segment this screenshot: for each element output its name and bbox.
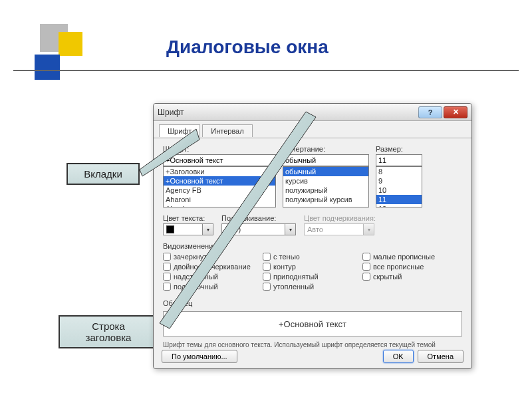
tab-strip: Шрифт Интервал — [154, 124, 471, 138]
font-list[interactable]: +Заголовки +Основной текст Agency FB Aha… — [163, 166, 276, 207]
dialog-panel: Шрифт: +Заголовки +Основной текст Agency… — [154, 138, 471, 362]
label-font: Шрифт: — [163, 145, 276, 153]
list-item[interactable]: 9 — [376, 176, 422, 186]
tab-font[interactable]: Шрифт — [159, 124, 200, 137]
font-input[interactable] — [163, 154, 276, 166]
style-list[interactable]: обычный курсив полужирный полужирный кур… — [283, 166, 369, 207]
list-item[interactable]: 10 — [376, 186, 422, 195]
default-button[interactable]: По умолчанию... — [162, 350, 237, 363]
chk-subscript[interactable]: подстрочный — [163, 283, 263, 291]
label-style: Начертание: — [283, 145, 369, 153]
font-color-dropdown[interactable]: ▾ — [163, 223, 213, 235]
style-input[interactable] — [283, 154, 369, 166]
divider-line — [13, 70, 519, 71]
chk-allcaps[interactable]: все прописные — [362, 263, 462, 271]
list-item[interactable]: курсив — [283, 176, 368, 186]
label-font-color: Цвет текста: — [163, 214, 213, 222]
list-item[interactable]: 8 — [376, 167, 422, 176]
chk-outline[interactable]: контур — [263, 263, 362, 271]
close-button[interactable]: ✕ — [444, 106, 467, 118]
preview-text: +Основной текст — [279, 319, 346, 329]
callout-tabs: Вкладки — [66, 163, 140, 185]
list-item[interactable]: +Основной текст — [164, 176, 275, 186]
label-sample: Образец — [163, 299, 462, 307]
chk-engrave[interactable]: утопленный — [263, 283, 362, 291]
label-effects: Видоизменение — [163, 242, 462, 250]
underline-color-value: Авто — [304, 223, 364, 235]
list-item[interactable]: полужирный — [283, 186, 368, 195]
label-underline-color: Цвет подчеркивания: — [304, 214, 376, 222]
preview-box: +Основной текст — [163, 311, 462, 336]
decor-square-blue — [35, 55, 60, 80]
underline-color-dropdown: Авто ▾ — [304, 223, 376, 235]
list-item[interactable]: Aharoni — [164, 195, 275, 204]
chevron-down-icon[interactable]: ▾ — [285, 223, 296, 235]
list-item[interactable]: 11 — [376, 195, 422, 204]
list-item[interactable]: полужирный курсив — [283, 195, 368, 204]
color-swatch-icon — [166, 225, 174, 233]
size-list[interactable]: 8 9 10 11 12 — [376, 166, 422, 207]
font-dialog: Шрифт ? ✕ Шрифт Интервал Шрифт: +Заголов… — [153, 103, 472, 369]
cancel-button[interactable]: Отмена — [418, 350, 464, 363]
label-size: Размер: — [376, 145, 422, 153]
list-item[interactable]: +Заголовки — [164, 167, 275, 176]
effects-group: зачеркнутый двойное зачеркивание надстро… — [163, 253, 462, 293]
chk-smallcaps[interactable]: малые прописные — [362, 253, 462, 261]
help-button[interactable]: ? — [418, 106, 442, 118]
slide-title: Диалоговые окна — [166, 37, 329, 58]
dialog-title: Шрифт — [158, 108, 417, 117]
chevron-down-icon[interactable]: ▾ — [203, 223, 213, 235]
dialog-titlebar[interactable]: Шрифт ? ✕ — [154, 104, 471, 121]
list-item[interactable]: 12 — [376, 204, 422, 207]
decor-square-yellow — [59, 32, 82, 56]
chk-strike[interactable]: зачеркнутый — [163, 253, 263, 261]
underline-dropdown[interactable]: (нет) ▾ — [221, 223, 296, 235]
list-item[interactable]: Algerian — [164, 204, 275, 207]
underline-value: (нет) — [221, 223, 285, 235]
size-input[interactable] — [376, 154, 422, 166]
dialog-button-row: По умолчанию... OK Отмена — [162, 350, 464, 363]
callout-titlebar: Строка заголовка — [59, 315, 158, 348]
tab-interval[interactable]: Интервал — [202, 124, 252, 137]
chk-superscript[interactable]: надстрочный — [163, 273, 263, 281]
chk-emboss[interactable]: приподнятый — [263, 273, 362, 281]
label-underline: Подчеркивание: — [221, 214, 296, 222]
ok-button[interactable]: OK — [383, 350, 414, 363]
list-item[interactable]: обычный — [283, 167, 368, 176]
chk-shadow[interactable]: с тенью — [263, 253, 362, 261]
list-item[interactable]: Agency FB — [164, 186, 275, 195]
chk-dblstrike[interactable]: двойное зачеркивание — [163, 263, 263, 271]
chk-hidden[interactable]: скрытый — [362, 273, 462, 281]
chevron-down-icon: ▾ — [364, 223, 374, 235]
